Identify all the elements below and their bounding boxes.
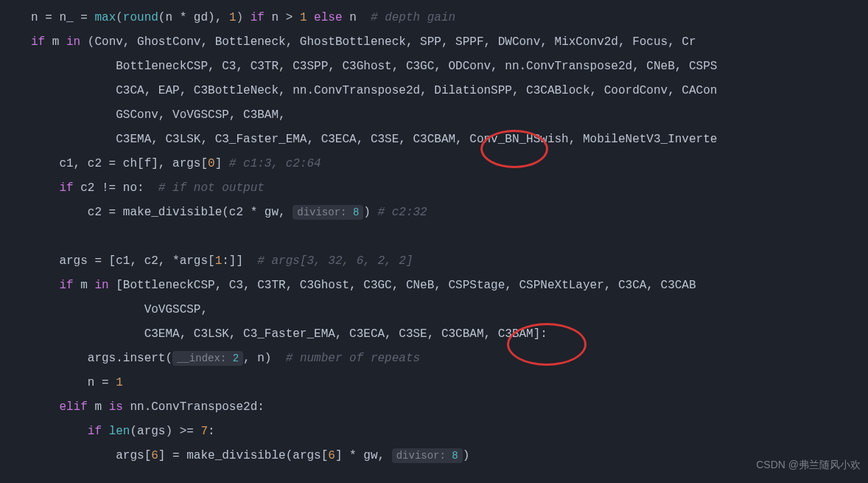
comment: # args[3, 32, 6, 2, 2] <box>257 254 413 268</box>
code-line: n = 1 <box>0 371 868 395</box>
param-hint-divisor: divisor: 8 <box>293 205 363 220</box>
builtin-round: round <box>123 11 158 24</box>
code-line: args[6] = make_divisible(args[6] * gw, d… <box>0 444 868 468</box>
code-line: if m in (Conv, GhostConv, Bottleneck, Gh… <box>0 30 868 55</box>
param-hint-index: __index: 2 <box>172 351 243 366</box>
code-line: n = n_ = max(round(n * gd), 1) if n > 1 … <box>0 6 868 30</box>
comment: # depth gain <box>371 11 455 24</box>
comment: # if not output <box>158 181 265 195</box>
code-editor[interactable]: n = n_ = max(round(n * gd), 1) if n > 1 … <box>0 6 868 468</box>
builtin-max: max <box>94 11 116 24</box>
code-line: args = [c1, c2, *args[1:]] # args[3, 32,… <box>0 249 868 274</box>
code-line: c2 = make_divisible(c2 * gw, divisor: 8)… <box>0 201 868 225</box>
watermark: CSDN @弗兰随风小欢 <box>756 453 861 477</box>
code-line: C3EMA, C3LSK, C3_Faster_EMA, C3ECA, C3SE… <box>0 322 868 347</box>
builtin-len: len <box>109 425 130 438</box>
code-line: GSConv, VoVGSCSP, C3BAM, <box>0 103 868 128</box>
comment: # c2:32 <box>378 206 427 219</box>
code-line: C3CA, EAP, C3BottleNeck, nn.ConvTranspos… <box>0 79 868 103</box>
code-text: n = n_ = <box>31 11 94 24</box>
code-line: C3EMA, C3LSK, C3_Faster_EMA, C3ECA, C3SE… <box>0 128 868 152</box>
code-line: if m in [BottleneckCSP, C3, C3TR, C3Ghos… <box>0 274 868 298</box>
comment: # number of repeats <box>286 352 420 365</box>
code-line: if c2 != no: # if not output <box>0 176 868 201</box>
code-line: elif m is nn.ConvTranspose2d: <box>0 395 868 420</box>
code-line: VoVGSCSP, <box>0 298 868 322</box>
blank-line <box>0 225 868 249</box>
param-hint-divisor: divisor: 8 <box>392 448 463 463</box>
code-line: args.insert(__index: 2, n) # number of r… <box>0 347 868 371</box>
code-line: BottleneckCSP, C3, C3TR, C3SPP, C3Ghost,… <box>0 55 868 79</box>
code-line: c1, c2 = ch[f], args[0] # c1:3, c2:64 <box>0 152 868 176</box>
code-line: if len(args) >= 7: <box>0 420 868 444</box>
comment: # c1:3, c2:64 <box>229 157 321 170</box>
